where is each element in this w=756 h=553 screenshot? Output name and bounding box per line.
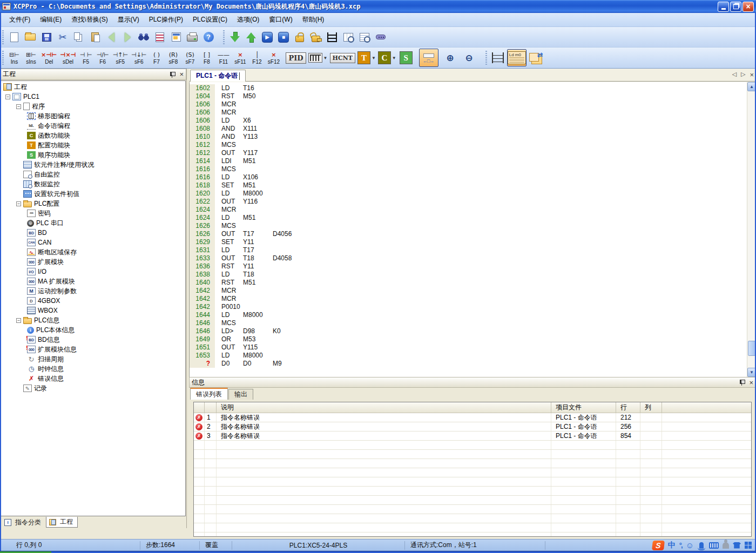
- function-block-button[interactable]: [ ] F8: [198, 49, 215, 67]
- instruction-view-button[interactable]: Ld m0: [507, 49, 526, 66]
- cut-button[interactable]: [55, 29, 71, 45]
- error-row[interactable]: 1 指令名称错误 PLC1 - 命令语 212: [194, 413, 751, 422]
- code-line[interactable]: 1610 AND Y113: [190, 133, 747, 141]
- pid-button[interactable]: PID: [285, 50, 306, 66]
- open-button[interactable]: [22, 29, 38, 45]
- menu-item[interactable]: 查找\替换(S): [66, 14, 112, 26]
- tree-item[interactable]: 4GBOX: [1, 296, 185, 306]
- hcnt-button[interactable]: HCNT: [329, 50, 356, 66]
- code-line[interactable]: 1646 MCS: [190, 319, 747, 327]
- tree-item[interactable]: 梯形图编程: [1, 111, 185, 121]
- code-line[interactable]: 1616 LD X106: [190, 173, 747, 181]
- menu-item[interactable]: PLC操作(P): [144, 14, 188, 26]
- tree-item[interactable]: 时钟信息: [1, 364, 185, 374]
- falling-contact-button[interactable]: ⊣↓⊢ sF6: [130, 49, 148, 67]
- code-line[interactable]: 1612 OUT Y117: [190, 149, 747, 157]
- code-line[interactable]: ? D0 D0 M9: [190, 360, 747, 368]
- tree-item[interactable]: 断电区域保存: [1, 247, 185, 257]
- tree-item[interactable]: BD: [1, 228, 185, 238]
- download-program-button[interactable]: [227, 29, 243, 45]
- code-line[interactable]: 1614 LDI M51: [190, 157, 747, 165]
- delete-hline-button[interactable]: × sF11: [232, 49, 248, 67]
- code-line[interactable]: 1638 LD T18: [190, 271, 747, 279]
- soft-keyboard-icon[interactable]: [709, 542, 719, 549]
- output-window-button[interactable]: [168, 29, 184, 45]
- serial-config-button[interactable]: [373, 29, 389, 45]
- header-line-col[interactable]: 行: [616, 402, 640, 413]
- plc-run-button[interactable]: [259, 29, 275, 45]
- delete-node-button[interactable]: ×⊣⊢ Del: [39, 49, 58, 67]
- tree-expander[interactable]: [5, 95, 10, 99]
- tree-item[interactable]: 顺序功能块: [1, 150, 185, 160]
- unlock-button[interactable]: [308, 29, 324, 45]
- code-line[interactable]: 1651 OUT Y115: [190, 343, 747, 352]
- punctuation-icon[interactable]: [679, 541, 682, 549]
- menu-item[interactable]: 文件(F): [4, 14, 35, 26]
- code-line[interactable]: 1612 MCS: [190, 141, 747, 149]
- code-line[interactable]: 1631 LD T17: [190, 246, 747, 254]
- code-line[interactable]: 1653 LD M8000: [190, 352, 747, 360]
- code-line[interactable]: 1629 SET Y11: [190, 238, 747, 246]
- rising-contact-button[interactable]: ⊣↑⊢ sF5: [111, 49, 130, 67]
- tree-item[interactable]: 命令语编程: [1, 121, 185, 131]
- tree-item[interactable]: PLC信息: [1, 315, 185, 325]
- tab-next-icon[interactable]: [741, 71, 745, 79]
- menu-item[interactable]: 显示(V): [113, 14, 144, 26]
- menu-item[interactable]: 帮助(H): [298, 14, 329, 26]
- sequence-block-button[interactable]: S: [398, 50, 414, 66]
- tree-item[interactable]: 配置功能块: [1, 140, 185, 150]
- upload-program-button[interactable]: [243, 29, 259, 45]
- tree-item[interactable]: 运动控制参数: [1, 286, 185, 296]
- code-line[interactable]: 1626 MCS: [190, 222, 747, 230]
- tree-item[interactable]: MA 扩展模块: [1, 276, 185, 286]
- new-button[interactable]: [6, 29, 22, 45]
- tree-item[interactable]: WBOX: [1, 306, 185, 315]
- sogou-logo[interactable]: [652, 541, 665, 550]
- toolbar-grip[interactable]: [1, 30, 5, 44]
- toolbar-grip[interactable]: [222, 30, 226, 44]
- toolbar-grip[interactable]: [484, 51, 488, 65]
- code-line[interactable]: 1626 OUT T17 D4056: [190, 230, 747, 238]
- close-panel-icon[interactable]: [179, 70, 184, 78]
- panel-tab[interactable]: 指令分类: [1, 517, 46, 528]
- tab-close-icon[interactable]: [750, 71, 754, 79]
- forward-button[interactable]: [119, 29, 136, 45]
- data-monitor-button[interactable]: [340, 29, 356, 45]
- code-line[interactable]: 1644 LD M8000: [190, 311, 747, 319]
- help-button[interactable]: [200, 29, 217, 45]
- vline-button[interactable]: │ F12: [248, 49, 265, 67]
- lock-button[interactable]: [292, 29, 308, 45]
- code-line[interactable]: 1602 LD T16: [190, 84, 747, 92]
- tree-item[interactable]: 错误信息: [1, 374, 185, 383]
- code-line[interactable]: 1606 MCR: [190, 109, 747, 117]
- tree-item[interactable]: I/O: [1, 267, 185, 276]
- code-line[interactable]: 1608 AND X111: [190, 125, 747, 133]
- tree-expander[interactable]: [16, 104, 21, 109]
- menu-item[interactable]: 选项(O): [232, 14, 264, 26]
- menu-item[interactable]: 窗口(W): [264, 14, 297, 26]
- code-line[interactable]: 1606 LD X6: [190, 117, 747, 125]
- code-line[interactable]: 1642 P0010: [190, 303, 747, 311]
- timer-block-button[interactable]: T ▼: [357, 50, 376, 66]
- back-button[interactable]: [103, 29, 119, 45]
- reset-coil-button[interactable]: (R) sF8: [165, 49, 181, 67]
- closed-contact-button[interactable]: ⊣/⊢ F6: [94, 49, 111, 67]
- code-line[interactable]: 1616 MCS: [190, 165, 747, 173]
- scrollbar-thumb[interactable]: [748, 341, 755, 356]
- pulse-wave-button[interactable]: ▼: [308, 50, 328, 66]
- tree-item[interactable]: 程序: [1, 102, 185, 111]
- delete-row-button[interactable]: ⊣×⊣ sDel: [58, 49, 77, 67]
- restore-button[interactable]: [730, 2, 741, 12]
- tree-item[interactable]: 自由监控: [1, 170, 185, 179]
- menu-item[interactable]: 编辑(E): [35, 14, 66, 26]
- pin-icon[interactable]: [169, 71, 175, 78]
- coil-button[interactable]: ( ) F7: [148, 49, 165, 67]
- pin-icon[interactable]: [739, 379, 745, 386]
- editor-tab[interactable]: PLC1 - 命令语: [190, 70, 246, 82]
- code-line[interactable]: 1640 RST M51: [190, 279, 747, 287]
- code-line[interactable]: 1606 MCR: [190, 100, 747, 109]
- tree-expander[interactable]: [16, 318, 21, 323]
- tree-expander[interactable]: [16, 201, 21, 206]
- toolbar-grip[interactable]: [1, 51, 5, 65]
- tree-item[interactable]: 扩展模块: [1, 257, 185, 267]
